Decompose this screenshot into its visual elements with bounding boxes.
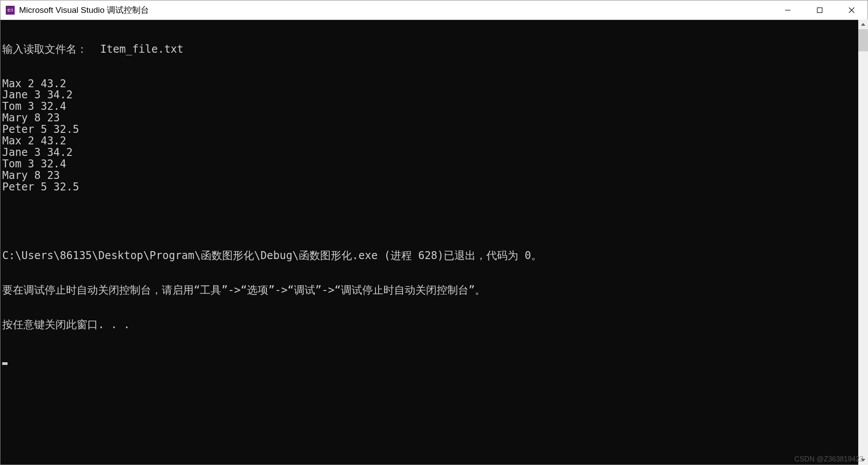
console-line [2, 216, 866, 227]
vertical-scrollbar[interactable] [858, 19, 868, 465]
window-controls [772, 0, 868, 19]
console-line: Mary 8 23 [2, 112, 866, 124]
watermark-text: CSDN @Z363819423 [794, 455, 864, 463]
maximize-button[interactable] [804, 0, 836, 19]
svg-rect-1 [817, 8, 822, 12]
console-line: Tom 3 32.4 [2, 159, 866, 170]
cursor-icon [2, 362, 8, 365]
console-line: Max 2 43.2 [2, 136, 866, 147]
window-title: Microsoft Visual Studio 调试控制台 [19, 4, 772, 16]
console-line: 输入读取文件名： Item_file.txt [2, 44, 866, 55]
scrollbar-thumb[interactable] [858, 29, 868, 51]
console-line: Tom 3 32.4 [2, 101, 866, 112]
scroll-up-button[interactable] [858, 19, 868, 29]
console-line: 按任意键关闭此窗口. . . [2, 319, 866, 331]
console-line: 要在调试停止时自动关闭控制台，请启用“工具”->“选项”->“调试”->“调试停… [2, 285, 866, 296]
chevron-up-icon [861, 23, 865, 26]
console-line: Jane 3 34.2 [2, 147, 866, 159]
minimize-icon [785, 7, 791, 13]
svg-marker-4 [861, 23, 865, 26]
minimize-button[interactable] [772, 0, 804, 19]
console-line: Jane 3 34.2 [2, 89, 866, 101]
console-line: C:\Users\86135\Desktop\Program\函数图形化\Deb… [2, 250, 866, 262]
close-icon [848, 7, 855, 14]
app-icon: C:\ [6, 6, 15, 15]
console-line: Peter 5 32.5 [2, 182, 866, 193]
console-output[interactable]: 输入读取文件名： Item_file.txt Max 2 43.2Jane 3 … [0, 20, 868, 465]
titlebar[interactable]: C:\ Microsoft Visual Studio 调试控制台 [0, 0, 868, 20]
console-window: C:\ Microsoft Visual Studio 调试控制台 输入读取文件… [0, 0, 868, 465]
close-button[interactable] [836, 0, 868, 19]
console-line: Peter 5 32.5 [2, 124, 866, 136]
console-line: Max 2 43.2 [2, 78, 866, 90]
console-line: Mary 8 23 [2, 170, 866, 182]
cursor-line [2, 353, 866, 365]
maximize-icon [817, 7, 823, 13]
